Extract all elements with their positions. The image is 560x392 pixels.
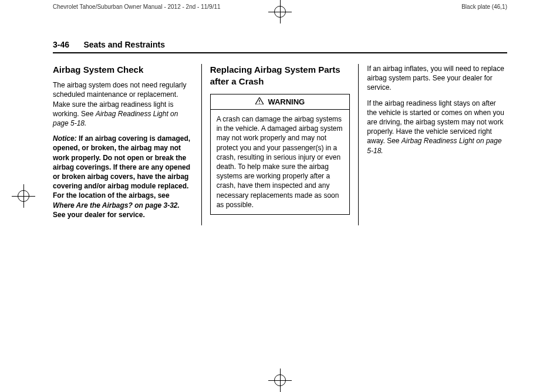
print-header-left: Chevrolet Tahoe/Suburban Owner Manual - … [53, 4, 280, 10]
page-number: 3-46 [53, 40, 69, 49]
column-1: Airbag System Check The airbag system do… [53, 64, 200, 225]
warning-box: WARNING A crash can damage the airbag sy… [210, 94, 350, 215]
warning-icon [255, 97, 264, 107]
warning-header: WARNING [211, 94, 350, 110]
page-content: 3-46 Seats and Restraints Airbag System … [0, 10, 560, 237]
svg-point-1 [259, 103, 259, 103]
page-header: 3-46 Seats and Restraints [53, 39, 507, 53]
columns-container: Airbag System Check The airbag system do… [53, 64, 507, 225]
column-2: Replacing Airbag System Parts after a Cr… [203, 64, 357, 225]
col3-paragraph-1: If an airbag inflates, you will need to … [367, 64, 507, 93]
section-title: Seats and Restraints [83, 40, 165, 49]
notice-label: Notice: [53, 134, 77, 143]
notice-text-2: See your dealer for service. [53, 211, 145, 219]
col1-notice: Notice: If an airbag covering is damaged… [53, 134, 193, 219]
column-3: If an airbag inflates, you will need to … [360, 64, 507, 225]
print-header-right: Black plate (46,1) [280, 4, 507, 10]
column-divider-2 [358, 64, 359, 225]
col2-heading: Replacing Airbag System Parts after a Cr… [210, 64, 350, 88]
warning-label: WARNING [268, 97, 305, 106]
notice-text-1: If an airbag covering is damaged, opened… [53, 134, 190, 200]
col1-heading: Airbag System Check [53, 64, 193, 76]
column-divider-1 [201, 64, 202, 225]
warning-body: A crash can damage the airbag systems in… [211, 110, 350, 214]
col1-paragraph-1: The airbag system does not need regularl… [53, 80, 193, 128]
crop-mark-bottom [268, 369, 292, 392]
col3-paragraph-2: If the airbag readiness light stays on a… [367, 99, 507, 156]
crop-mark-top [268, 0, 292, 23]
crop-mark-left [12, 184, 35, 208]
notice-ref: Where Are the Airbags? on page 3-32. [53, 201, 180, 209]
